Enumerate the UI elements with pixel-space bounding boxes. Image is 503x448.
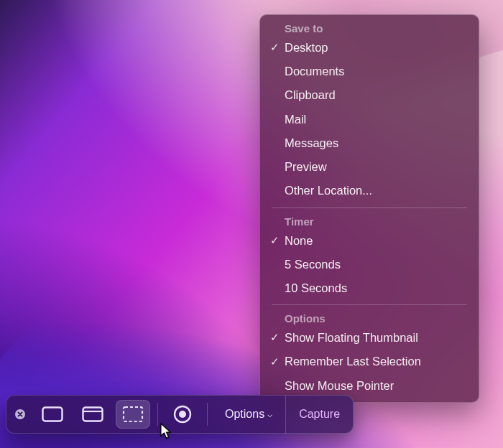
menu-item[interactable]: ✓Clipboard bbox=[260, 83, 479, 107]
menu-item[interactable]: ✓Other Location... bbox=[260, 179, 479, 202]
record-entire-screen-button[interactable] bbox=[165, 400, 200, 429]
checkmark-icon: ✓ bbox=[270, 353, 285, 371]
menu-item-label: Documents bbox=[285, 62, 344, 81]
menu-item[interactable]: ✓10 Seconds bbox=[260, 276, 479, 300]
menu-item[interactable]: ✓None bbox=[260, 229, 479, 253]
menu-item-label: Preview bbox=[285, 157, 327, 177]
record-icon bbox=[173, 405, 192, 424]
screen-icon bbox=[42, 406, 63, 422]
checkmark-icon: ✓ bbox=[270, 232, 285, 250]
menu-item-label: Mail bbox=[285, 110, 306, 129]
record-mode-group bbox=[162, 396, 203, 433]
menu-separator bbox=[272, 304, 467, 305]
menu-item[interactable]: ✓Show Mouse Pointer bbox=[260, 374, 479, 398]
menu-item[interactable]: ✓Remember Last Selection bbox=[260, 350, 479, 373]
menu-item[interactable]: ✓Documents bbox=[260, 60, 479, 83]
screenshot-toolbar: Options ⌵ Capture bbox=[6, 395, 354, 434]
menu-item-label: Remember Last Selection bbox=[285, 352, 421, 371]
toolbar-divider bbox=[207, 403, 208, 426]
menu-item-label: 10 Seconds bbox=[285, 279, 347, 298]
capture-selected-window-button[interactable] bbox=[75, 400, 110, 429]
menu-item[interactable]: ✓Show Floating Thumbnail bbox=[260, 326, 479, 350]
options-button[interactable]: Options ⌵ bbox=[212, 395, 285, 434]
checkmark-icon: ✓ bbox=[270, 39, 285, 57]
menu-item-label: Desktop bbox=[285, 38, 328, 57]
menu-item[interactable]: ✓Preview bbox=[260, 155, 479, 179]
menu-item[interactable]: ✓Desktop bbox=[260, 36, 479, 60]
menu-item[interactable]: ✓Mail bbox=[260, 108, 479, 131]
options-button-label: Options bbox=[225, 408, 264, 421]
menu-section-header: Save to bbox=[260, 19, 479, 36]
svg-rect-4 bbox=[124, 407, 142, 421]
capture-button[interactable]: Capture bbox=[285, 395, 353, 434]
menu-item-label: 5 Seconds bbox=[285, 255, 341, 274]
options-menu: Save to✓Desktop✓Documents✓Clipboard✓Mail… bbox=[259, 14, 479, 403]
chevron-down-icon: ⌵ bbox=[267, 409, 272, 419]
menu-section-header: Options bbox=[260, 309, 479, 326]
menu-separator bbox=[272, 207, 467, 208]
menu-item[interactable]: ✓Messages bbox=[260, 131, 479, 155]
menu-item-label: Other Location... bbox=[285, 181, 372, 200]
window-icon bbox=[82, 406, 103, 422]
menu-item-label: Show Mouse Pointer bbox=[285, 376, 394, 396]
menu-item-label: Clipboard bbox=[285, 85, 336, 105]
toolbar-divider bbox=[157, 403, 158, 426]
capture-mode-group bbox=[32, 396, 153, 433]
capture-button-label: Capture bbox=[299, 408, 340, 421]
checkmark-icon: ✓ bbox=[270, 329, 285, 347]
menu-item-label: Messages bbox=[285, 134, 338, 153]
menu-item-label: Show Floating Thumbnail bbox=[285, 328, 418, 347]
svg-rect-1 bbox=[43, 408, 63, 421]
svg-rect-2 bbox=[83, 408, 103, 421]
close-icon bbox=[14, 409, 26, 420]
menu-item-label: None bbox=[285, 231, 313, 251]
selection-icon bbox=[122, 406, 144, 423]
close-button[interactable] bbox=[8, 409, 32, 420]
capture-selected-portion-button[interactable] bbox=[116, 400, 150, 429]
capture-entire-screen-button[interactable] bbox=[35, 400, 70, 429]
menu-item[interactable]: ✓5 Seconds bbox=[260, 253, 479, 276]
svg-point-6 bbox=[179, 411, 186, 418]
menu-section-header: Timer bbox=[260, 213, 479, 229]
